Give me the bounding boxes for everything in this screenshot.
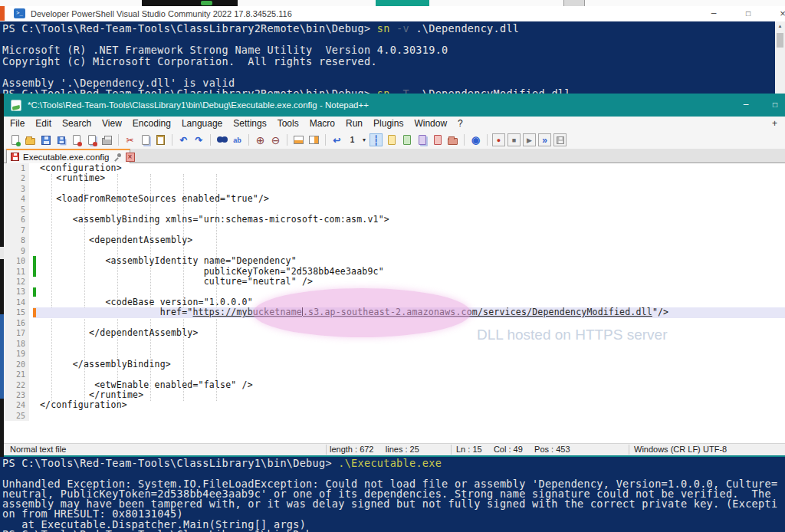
code-line[interactable]: 6 <assemblyBinding xmlns="urn:schemas-mi… [4,215,785,225]
close-file-icon[interactable] [70,133,83,146]
code-line[interactable]: 5 [4,205,785,215]
code-line[interactable]: 19 [4,349,785,359]
open-file-icon[interactable] [24,133,37,146]
macro-play-icon[interactable]: ▶ [523,133,536,146]
code-line[interactable]: 4 <loadFromRemoteSources enabled="true"/… [4,194,785,204]
line-number: 23 [4,390,29,400]
macro-stop-icon[interactable]: ■ [507,133,521,146]
scrollbar[interactable]: ▴ [775,21,785,94]
cut-icon[interactable]: ✂ [123,133,136,146]
monitoring-eye-icon[interactable]: ◉ [469,133,482,146]
word-wrap-icon[interactable]: ↩ [330,133,343,146]
save-icon[interactable] [39,133,52,146]
macro-record-icon[interactable]: ● [492,133,505,146]
powershell-terminal-bottom[interactable]: PS C:\Tools\Red-Team-Tools\ClassLibrary1… [0,457,785,532]
dropdown-arrow-icon[interactable]: ▾ [361,133,367,146]
line-number: 21 [4,369,29,379]
code-line[interactable]: 11 publicKeyToken="2d538bb4ee3aab9c" [4,267,785,277]
menu-item-edit[interactable]: Edit [30,117,57,131]
tab-close-icon[interactable]: × [126,153,135,162]
find-icon[interactable] [215,133,228,146]
menu-item-language[interactable]: Language [176,117,228,131]
document-switcher-icon[interactable] [431,133,444,146]
code-line[interactable]: 1<configuration> [4,163,785,173]
code-line[interactable]: 8 <dependentAssembly> [4,235,785,245]
zoom-out-icon[interactable]: ⊖ [269,133,282,146]
indent-guide-icon[interactable]: ┆ [370,133,383,146]
new-file-icon[interactable] [8,133,21,146]
code-line[interactable]: 25 [4,411,785,421]
replace-icon[interactable]: ab [231,133,244,146]
tab-executable-exe-config[interactable]: Executable.exe.config × [6,149,130,163]
menu-item-search[interactable]: Search [57,117,97,131]
scroll-up-icon[interactable]: ▴ [775,21,785,31]
status-encoding[interactable]: UTF-8 [703,444,727,455]
notepadpp-titlebar[interactable]: *C:\Tools\Red-Team-Tools\ClassLibrary1\b… [4,94,785,117]
macro-run-multiple-icon[interactable]: » [538,133,551,146]
status-eol-format[interactable]: Windows (CR LF) [634,444,701,455]
code-line[interactable]: 10 <assemblyIdentity name="Dependency" [4,256,785,266]
macro-save-icon[interactable] [553,133,567,146]
code-line[interactable]: 12 culture="neutral" /> [4,277,785,287]
menu-item-encoding[interactable]: Encoding [127,117,176,131]
menu-item-file[interactable]: File [5,117,30,131]
paste-icon[interactable] [154,133,167,146]
menu-item-help[interactable]: ? [452,117,468,131]
minimize-button[interactable]: – [734,94,757,117]
sync-vertical-icon[interactable] [292,133,305,146]
menu-item-settings[interactable]: Settings [228,117,271,131]
copy-icon[interactable] [139,133,152,146]
minimize-button[interactable]: – [702,6,725,21]
code-line[interactable]: 3 [4,184,785,194]
code-line[interactable]: 21 [4,369,785,379]
maximize-button[interactable]: □ [764,94,785,117]
toolbar: ✂ ↶ ↷ ab ⊕ ⊖ ↩ 1 ▾ ┆ ◉ [4,131,785,149]
close-all-icon[interactable] [85,133,98,146]
line-number: 7 [4,225,29,235]
save-all-icon[interactable] [54,133,67,146]
code-line[interactable]: 24</configuration> [4,400,785,410]
menu-item-macro[interactable]: Macro [304,117,340,131]
powershell-titlebar[interactable]: >_ Developer PowerShell Visual Studio Co… [5,6,785,21]
toolbar-separator [172,134,172,146]
menu-item-view[interactable]: View [97,117,127,131]
show-symbol-icon[interactable]: 1 [346,133,359,146]
code-line[interactable]: 18 [4,339,785,349]
document-list-icon[interactable] [415,133,429,146]
code-line[interactable]: 2 <runtime> [4,173,785,183]
terminal-line: Microsoft (R) .NET Framework Strong Name… [2,44,785,55]
code-line[interactable]: 9 [4,246,785,256]
close-button[interactable]: × [771,6,785,21]
menu-item-tools[interactable]: Tools [272,117,304,131]
code-line[interactable]: 7 [4,225,785,235]
powershell-window-title: Developer PowerShell Visual Studio Commu… [31,6,292,21]
zoom-in-icon[interactable]: ⊕ [254,133,267,146]
line-number: 12 [4,277,29,287]
menu-item-plugins[interactable]: Plugins [368,117,409,131]
line-number: 16 [4,318,29,328]
code-line[interactable]: 20 </assemblyBinding> [4,360,785,369]
powershell-terminal[interactable]: PS C:\Tools\Red-Team-Tools\ClassLibrary2… [0,21,785,94]
line-number: 2 [4,173,29,183]
status-separator [326,445,327,455]
pin-icon[interactable] [113,153,122,161]
line-number: 25 [4,411,29,421]
menu-item-window[interactable]: Window [409,117,452,131]
undo-icon[interactable]: ↶ [177,133,190,146]
menubar: File Edit Search View Encoding Language … [4,117,785,131]
folder-as-workspace-icon[interactable] [446,133,459,146]
maximize-button[interactable]: □ [737,6,760,21]
code-line[interactable]: 22 <etwEnable enabled="false" /> [4,380,785,390]
function-list-icon[interactable] [385,133,398,146]
line-number: 8 [4,235,29,245]
menu-overflow-icon[interactable]: + [772,117,777,131]
print-icon[interactable] [100,133,113,146]
menu-item-run[interactable]: Run [340,117,368,131]
sync-horizontal-icon[interactable] [307,133,320,146]
watermark-text: DLL hosted on HTTPS server [477,327,668,343]
document-map-icon[interactable] [400,133,413,146]
redo-icon[interactable]: ↷ [192,133,205,146]
terminal-line [2,67,785,77]
code-line[interactable]: 23 </runtime> [4,390,785,400]
scrollbar-thumb[interactable] [777,33,783,48]
